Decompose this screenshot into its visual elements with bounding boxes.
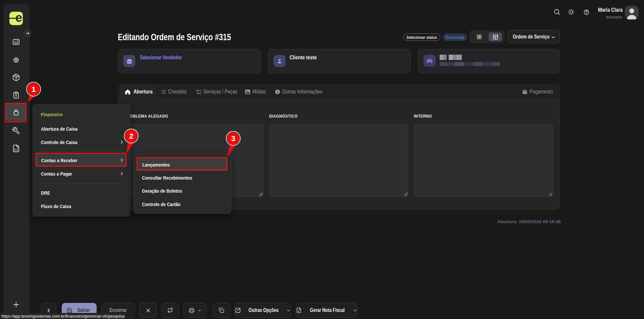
svg-text:3: 3: [231, 134, 235, 143]
svg-text:2: 2: [129, 132, 133, 140]
svg-text:1: 1: [32, 85, 36, 93]
svg-text:$: $: [15, 93, 17, 97]
